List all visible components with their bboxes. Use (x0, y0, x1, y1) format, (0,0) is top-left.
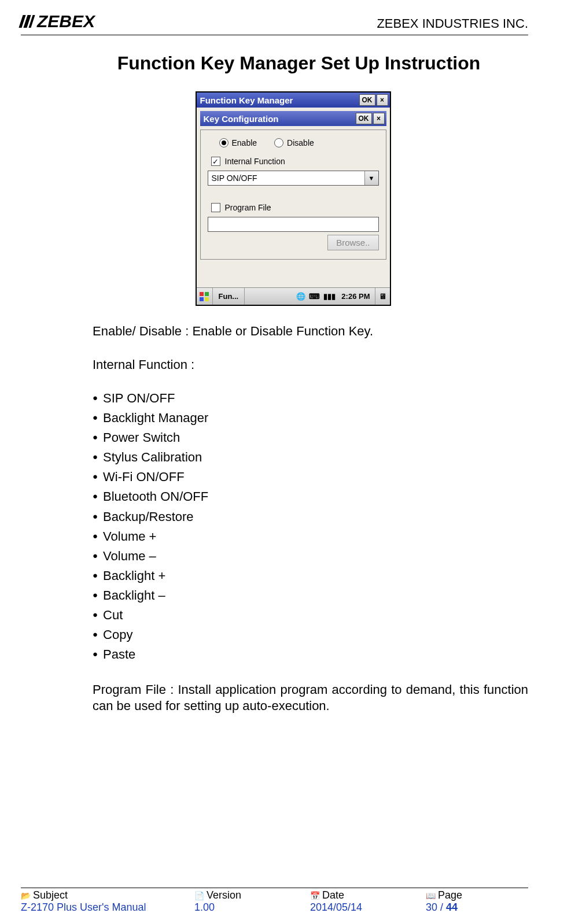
window-titlebar-main: Function Key Manager OK × (197, 93, 390, 108)
taskbar-task[interactable]: Fun... (213, 288, 245, 305)
list-item: Backlight Manager (93, 408, 528, 428)
footer-value-page: 30 / 44 (426, 901, 528, 914)
footer-rule (21, 888, 528, 888)
paragraph-internal-function: Internal Function : (93, 357, 528, 373)
company-name: ZEBEX INDUSTRIES INC. (377, 16, 528, 31)
svg-rect-1 (205, 292, 209, 296)
footer-label-page: 📖Page (426, 889, 528, 901)
list-item: SIP ON/OFF (93, 389, 528, 408)
ok-button-main[interactable]: OK (359, 94, 375, 106)
radio-disable-label: Disable (287, 138, 314, 147)
list-item: Cut (93, 605, 528, 625)
close-button-sub[interactable]: × (373, 113, 385, 124)
ok-button-sub[interactable]: OK (356, 113, 372, 124)
footer-value-version: 1.00 (194, 901, 310, 914)
start-button[interactable] (197, 288, 213, 305)
brand-logo: ZEBEX (21, 12, 95, 31)
key-config-panel: Enable Disable Internal Function SIP ON/… (200, 130, 386, 260)
radio-icon (219, 138, 228, 147)
list-item: Copy (93, 625, 528, 645)
keyboard-icon[interactable]: ⌨ (309, 292, 320, 301)
list-item: Volume – (93, 546, 528, 566)
internal-function-select[interactable]: SIP ON/OFF ▼ (208, 171, 379, 186)
document-icon: 📄 (194, 891, 204, 900)
footer-value-subject: Z-2170 Plus User's Manual (21, 901, 194, 914)
internal-function-list: SIP ON/OFFBacklight ManagerPower SwitchS… (93, 389, 528, 664)
paragraph-enable-disable: Enable/ Disable : Enable or Disable Func… (93, 323, 528, 339)
taskbar: Fun... 🌐 ⌨ ▮▮▮ 2:26 PM 🖥 (197, 287, 390, 305)
list-item: Paste (93, 645, 528, 664)
footer-label-version: 📄Version (194, 889, 310, 901)
close-button-main[interactable]: × (377, 94, 388, 106)
calendar-icon: 📅 (310, 891, 320, 900)
window-title-main: Function Key Manager (200, 95, 293, 105)
page-footer: 📂Subject 📄Version 📅Date 📖Page Z-2170 Plu… (21, 888, 528, 914)
checkbox-program-file-label: Program File (225, 203, 271, 212)
list-item: Stylus Calibration (93, 448, 528, 467)
list-item: Volume + (93, 527, 528, 546)
show-desktop-button[interactable]: 🖥 (375, 288, 390, 305)
footer-label-subject: 📂Subject (21, 889, 194, 901)
list-item: Backlight + (93, 566, 528, 586)
network-icon[interactable]: 🌐 (296, 292, 305, 301)
radio-icon (274, 138, 283, 147)
svg-rect-2 (200, 297, 204, 301)
book-icon: 📖 (426, 891, 436, 900)
footer-label-date: 📅Date (310, 889, 426, 901)
list-item: Backup/Restore (93, 507, 528, 527)
browse-button[interactable]: Browse.. (327, 235, 378, 250)
chevron-down-icon: ▼ (364, 171, 378, 185)
logo-text: ZEBEX (37, 12, 95, 31)
checkbox-internal-function[interactable] (211, 157, 220, 166)
logo-bars-icon (19, 15, 36, 28)
checkbox-program-file[interactable] (211, 203, 220, 212)
select-value: SIP ON/OFF (208, 173, 364, 183)
paragraph-program-file: Program File : Install application progr… (93, 682, 528, 714)
folder-icon: 📂 (21, 891, 31, 900)
desktop-icon: 🖥 (379, 292, 386, 301)
radio-enable[interactable]: Enable (219, 138, 257, 147)
page-title: Function Key Manager Set Up Instruction (69, 53, 528, 74)
program-file-path-input[interactable] (208, 217, 379, 232)
radio-disable[interactable]: Disable (274, 138, 314, 147)
list-item: Wi-Fi ON/OFF (93, 467, 528, 487)
svg-rect-3 (205, 297, 209, 301)
list-item: Power Switch (93, 428, 528, 448)
system-tray: 🌐 ⌨ ▮▮▮ 2:26 PM (294, 292, 374, 301)
list-item: Bluetooth ON/OFF (93, 487, 528, 507)
window-titlebar-sub: Key Configuration OK × (200, 111, 386, 126)
list-item: Backlight – (93, 586, 528, 605)
footer-value-date: 2014/05/14 (310, 901, 426, 914)
battery-icon[interactable]: ▮▮▮ (323, 292, 336, 301)
radio-enable-label: Enable (232, 138, 257, 147)
svg-rect-0 (200, 292, 204, 296)
device-screenshot: Function Key Manager OK × Key Configurat… (196, 91, 391, 306)
taskbar-clock[interactable]: 2:26 PM (339, 292, 372, 301)
windows-logo-icon (199, 291, 209, 302)
checkbox-internal-function-label: Internal Function (225, 157, 285, 166)
window-title-sub: Key Configuration (204, 114, 279, 124)
